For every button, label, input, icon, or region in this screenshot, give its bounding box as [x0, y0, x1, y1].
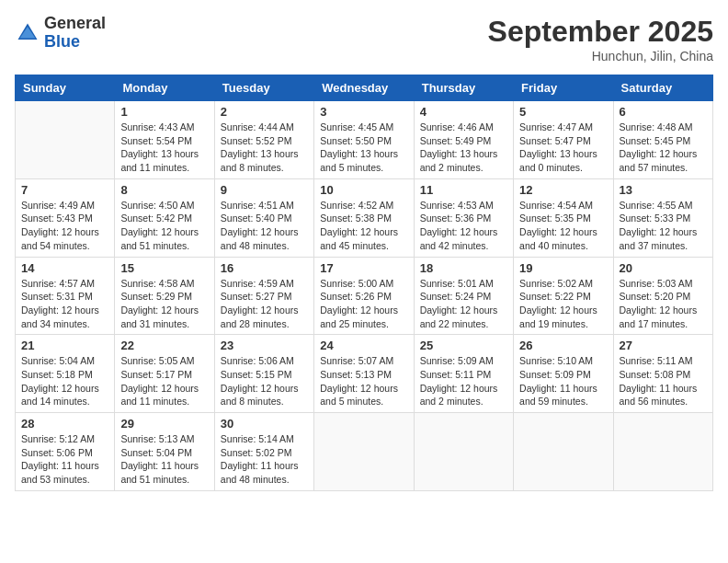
title-area: September 2025 Hunchun, Jilin, China — [488, 15, 713, 63]
day-detail: Sunrise: 5:04 AMSunset: 5:18 PMDaylight:… — [21, 354, 108, 408]
day-detail: Sunrise: 4:53 AMSunset: 5:36 PMDaylight:… — [420, 199, 507, 253]
day-detail: Sunrise: 4:58 AMSunset: 5:29 PMDaylight:… — [120, 277, 208, 331]
day-number: 1 — [120, 105, 208, 119]
week-row-2: 7Sunrise: 4:49 AMSunset: 5:43 PMDaylight… — [16, 178, 713, 257]
calendar: SundayMondayTuesdayWednesdayThursdayFrid… — [15, 75, 713, 491]
day-number: 21 — [21, 339, 108, 352]
day-detail: Sunrise: 5:07 AMSunset: 5:13 PMDaylight:… — [320, 354, 407, 408]
day-detail: Sunrise: 4:48 AMSunset: 5:45 PMDaylight:… — [620, 121, 707, 175]
day-number: 20 — [620, 261, 707, 275]
day-number: 29 — [120, 417, 208, 431]
day-number: 13 — [620, 183, 707, 197]
day-number: 12 — [519, 183, 607, 197]
day-number: 30 — [221, 417, 308, 431]
day-detail: Sunrise: 4:49 AMSunset: 5:43 PMDaylight:… — [21, 199, 108, 253]
day-detail: Sunrise: 5:03 AMSunset: 5:20 PMDaylight:… — [620, 277, 707, 331]
day-detail: Sunrise: 4:44 AMSunset: 5:52 PMDaylight:… — [221, 121, 308, 175]
logo: General Blue — [15, 15, 106, 52]
day-cell: 1Sunrise: 4:43 AMSunset: 5:54 PMDaylight… — [115, 101, 214, 179]
day-number: 18 — [420, 261, 507, 275]
col-header-friday: Friday — [514, 75, 613, 101]
day-number: 2 — [221, 105, 308, 119]
day-cell: 9Sunrise: 4:51 AMSunset: 5:40 PMDaylight… — [214, 178, 313, 257]
day-detail: Sunrise: 5:09 AMSunset: 5:11 PMDaylight:… — [420, 354, 507, 408]
day-cell: 29Sunrise: 5:13 AMSunset: 5:04 PMDayligh… — [115, 413, 214, 491]
day-detail: Sunrise: 5:01 AMSunset: 5:24 PMDaylight:… — [420, 277, 507, 331]
day-number: 23 — [221, 339, 308, 352]
day-cell: 10Sunrise: 4:52 AMSunset: 5:38 PMDayligh… — [314, 178, 414, 257]
day-cell: 21Sunrise: 5:04 AMSunset: 5:18 PMDayligh… — [16, 335, 115, 413]
day-detail: Sunrise: 4:54 AMSunset: 5:35 PMDaylight:… — [519, 199, 607, 253]
day-number: 24 — [320, 339, 407, 352]
day-number: 15 — [120, 261, 208, 275]
day-detail: Sunrise: 5:13 AMSunset: 5:04 PMDaylight:… — [120, 432, 208, 487]
day-cell: 15Sunrise: 4:58 AMSunset: 5:29 PMDayligh… — [115, 257, 214, 335]
day-number: 6 — [620, 105, 707, 119]
day-detail: Sunrise: 5:12 AMSunset: 5:06 PMDaylight:… — [21, 432, 108, 487]
day-number: 7 — [21, 183, 108, 197]
day-detail: Sunrise: 4:57 AMSunset: 5:31 PMDaylight:… — [21, 277, 108, 331]
day-number: 10 — [320, 183, 407, 197]
header: General Blue September 2025 Hunchun, Jil… — [15, 15, 713, 63]
day-number: 3 — [320, 105, 407, 119]
day-number: 25 — [420, 339, 507, 352]
week-row-4: 21Sunrise: 5:04 AMSunset: 5:18 PMDayligh… — [16, 335, 713, 413]
day-number: 22 — [120, 339, 208, 352]
day-number: 8 — [120, 183, 208, 197]
day-cell: 16Sunrise: 4:59 AMSunset: 5:27 PMDayligh… — [214, 257, 313, 335]
day-number: 26 — [519, 339, 607, 352]
week-row-5: 28Sunrise: 5:12 AMSunset: 5:06 PMDayligh… — [16, 413, 713, 491]
day-cell — [414, 413, 513, 491]
day-cell: 22Sunrise: 5:05 AMSunset: 5:17 PMDayligh… — [115, 335, 214, 413]
day-cell: 26Sunrise: 5:10 AMSunset: 5:09 PMDayligh… — [514, 335, 613, 413]
day-cell: 23Sunrise: 5:06 AMSunset: 5:15 PMDayligh… — [214, 335, 313, 413]
day-detail: Sunrise: 4:45 AMSunset: 5:50 PMDaylight:… — [320, 121, 407, 175]
day-cell: 25Sunrise: 5:09 AMSunset: 5:11 PMDayligh… — [414, 335, 513, 413]
day-cell: 4Sunrise: 4:46 AMSunset: 5:49 PMDaylight… — [414, 101, 513, 179]
day-number: 28 — [21, 417, 108, 431]
day-detail: Sunrise: 4:50 AMSunset: 5:42 PMDaylight:… — [120, 199, 208, 253]
day-number: 17 — [320, 261, 407, 275]
day-cell: 19Sunrise: 5:02 AMSunset: 5:22 PMDayligh… — [514, 257, 613, 335]
day-detail: Sunrise: 4:43 AMSunset: 5:54 PMDaylight:… — [120, 121, 208, 175]
day-number: 16 — [221, 261, 308, 275]
day-detail: Sunrise: 5:06 AMSunset: 5:15 PMDaylight:… — [221, 354, 308, 408]
calendar-header-row: SundayMondayTuesdayWednesdayThursdayFrid… — [16, 75, 713, 101]
day-cell: 28Sunrise: 5:12 AMSunset: 5:06 PMDayligh… — [16, 413, 115, 491]
day-detail: Sunrise: 4:51 AMSunset: 5:40 PMDaylight:… — [221, 199, 308, 253]
col-header-saturday: Saturday — [613, 75, 712, 101]
day-cell: 6Sunrise: 4:48 AMSunset: 5:45 PMDaylight… — [613, 101, 712, 179]
day-cell: 17Sunrise: 5:00 AMSunset: 5:26 PMDayligh… — [314, 257, 414, 335]
col-header-tuesday: Tuesday — [214, 75, 313, 101]
day-cell — [514, 413, 613, 491]
col-header-monday: Monday — [115, 75, 214, 101]
day-number: 19 — [519, 261, 607, 275]
day-cell: 24Sunrise: 5:07 AMSunset: 5:13 PMDayligh… — [314, 335, 414, 413]
week-row-1: 1Sunrise: 4:43 AMSunset: 5:54 PMDaylight… — [16, 101, 713, 179]
day-number: 5 — [519, 105, 607, 119]
day-cell: 13Sunrise: 4:55 AMSunset: 5:33 PMDayligh… — [613, 178, 712, 257]
day-detail: Sunrise: 5:14 AMSunset: 5:02 PMDaylight:… — [221, 432, 308, 487]
day-number: 9 — [221, 183, 308, 197]
logo-text: General Blue — [44, 15, 106, 52]
day-cell: 2Sunrise: 4:44 AMSunset: 5:52 PMDaylight… — [214, 101, 313, 179]
day-detail: Sunrise: 5:00 AMSunset: 5:26 PMDaylight:… — [320, 277, 407, 331]
day-detail: Sunrise: 4:52 AMSunset: 5:38 PMDaylight:… — [320, 199, 407, 253]
day-detail: Sunrise: 5:02 AMSunset: 5:22 PMDaylight:… — [519, 277, 607, 331]
day-detail: Sunrise: 5:11 AMSunset: 5:08 PMDaylight:… — [620, 354, 707, 408]
month-title: September 2025 — [488, 15, 713, 49]
day-cell: 20Sunrise: 5:03 AMSunset: 5:20 PMDayligh… — [613, 257, 712, 335]
day-cell — [613, 413, 712, 491]
day-detail: Sunrise: 4:47 AMSunset: 5:47 PMDaylight:… — [519, 121, 607, 175]
col-header-sunday: Sunday — [16, 75, 115, 101]
day-detail: Sunrise: 4:59 AMSunset: 5:27 PMDaylight:… — [221, 277, 308, 331]
day-number: 4 — [420, 105, 507, 119]
day-number: 27 — [620, 339, 707, 352]
logo-general: General — [44, 15, 106, 33]
logo-blue: Blue — [44, 33, 106, 52]
day-cell: 5Sunrise: 4:47 AMSunset: 5:47 PMDaylight… — [514, 101, 613, 179]
logo-icon — [15, 20, 40, 46]
day-detail: Sunrise: 5:05 AMSunset: 5:17 PMDaylight:… — [120, 354, 208, 408]
week-row-3: 14Sunrise: 4:57 AMSunset: 5:31 PMDayligh… — [16, 257, 713, 335]
day-number: 11 — [420, 183, 507, 197]
